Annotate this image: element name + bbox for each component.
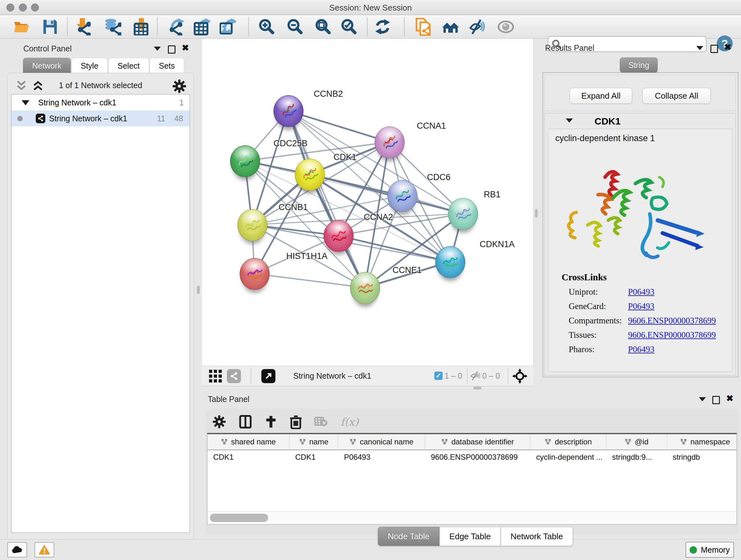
left-splitter-handle[interactable] [197,286,200,294]
open-session-button[interactable] [13,18,30,36]
protein-ribbon-thumbnail [355,278,375,297]
close-panel-icon[interactable]: ✖ [182,45,189,51]
collapse-all-button[interactable]: Collapse All [643,88,711,104]
gear-icon[interactable] [172,79,187,94]
import-network-button[interactable] [74,18,91,36]
node-CCNB1[interactable] [238,209,267,241]
selected-checkbox[interactable]: ✓ [434,372,443,380]
expand-all-button[interactable]: Expand All [569,88,632,104]
clear-table-icon[interactable] [314,417,328,427]
table-cell[interactable]: cyclin-dependent ... [530,453,606,462]
warning-button[interactable] [35,542,54,557]
close-panel-icon[interactable]: ✖ [724,44,731,51]
table-cell[interactable]: P06493 [338,453,425,462]
open-in-window-icon[interactable] [261,369,275,383]
float-panel-icon[interactable] [711,45,718,53]
node-section-header[interactable]: CDK1 [545,113,736,129]
table-cell[interactable]: CDK1 [207,453,289,462]
float-panel-icon[interactable] [712,396,720,404]
table-row[interactable]: CDK1CDK1P064939606.ENSP00000378699cyclin… [207,450,737,464]
column-header-canonical-name[interactable]: canonical name [338,434,425,449]
tab-style[interactable]: Style [71,58,108,74]
import-database-button[interactable] [104,18,121,36]
columns-icon[interactable] [239,415,253,429]
scrollbar-thumb[interactable] [210,514,268,522]
zoom-in-button[interactable] [258,18,275,36]
export-image-button[interactable] [219,18,237,36]
toolbar-separator [404,17,405,36]
node-CDC6[interactable] [387,180,417,212]
export-table-button[interactable] [193,18,211,36]
node-CCNE1[interactable] [350,272,380,304]
zoom-out-button[interactable] [286,18,304,36]
node-CCNA1[interactable] [375,126,405,159]
crosslink-link[interactable]: 9606.ENSP00000378699 [628,316,716,326]
bottom-splitter-handle[interactable] [473,387,482,389]
network-collection-row[interactable]: String Network – cdk1 1 [11,95,190,111]
node-CCNA2[interactable] [324,220,354,252]
tab-select[interactable]: Select [108,58,149,74]
collapse-section-icon[interactable] [566,118,573,123]
column-header--id[interactable]: @id [606,434,667,449]
tab-string[interactable]: String [620,57,658,73]
node-CDKN1A[interactable] [435,246,465,278]
panel-menu-icon[interactable] [699,397,706,401]
export-network-button[interactable] [167,18,185,36]
home-pages-icon[interactable] [442,18,459,36]
cloud-button[interactable] [7,542,27,557]
network-tab-content: 1 of 1 Network selected String Network –… [7,73,194,540]
hide-panel-icon[interactable] [469,18,486,36]
show-panel-icon[interactable] [497,18,515,36]
close-panel-icon[interactable]: ✖ [726,395,733,401]
network-view-canvas[interactable]: CCNB2CCNA1CDC25BCDK1CDC6RB1CCNB1CCNA2CDK… [202,39,534,366]
node-CDC25B[interactable] [230,145,260,177]
table-panel-body: f(x) shared namenamecanonical namedataba… [206,409,738,535]
zoom-fit-button[interactable] [315,18,332,36]
tab-sets[interactable]: Sets [150,58,184,74]
table-cell[interactable]: stringdb [667,453,737,462]
import-table-button[interactable] [132,18,150,36]
column-header-shared-name[interactable]: shared name [207,434,289,449]
node-HIST1H1A[interactable] [240,258,270,290]
delete-column-icon[interactable] [289,415,302,429]
horizontal-scrollbar[interactable] [207,511,737,524]
add-column-icon[interactable] [265,415,277,429]
network-share-icon[interactable] [227,369,241,383]
node-CCNB2[interactable] [273,95,304,127]
zoom-selected-button[interactable] [340,18,358,36]
function-builder-icon[interactable]: f(x) [340,416,359,428]
crosslink-link[interactable]: P06493 [628,345,655,354]
collapse-arrow-icon[interactable] [22,100,29,105]
panel-menu-icon[interactable] [696,46,703,50]
tab-node-table[interactable]: Node Table [378,527,440,546]
table-cell[interactable]: stringdb:9... [606,453,667,462]
column-header-name[interactable]: name [289,434,338,449]
panel-menu-icon[interactable] [154,47,161,51]
edge-CCNB2-CCNA1[interactable] [288,111,389,142]
crosslink-link[interactable]: 9606.ENSP00000378699 [628,330,716,340]
grid-view-icon[interactable] [208,369,222,383]
crosslink-link[interactable]: P06493 [628,287,655,297]
main-toolbar: ? [0,15,741,39]
memory-button[interactable]: Memory [685,542,734,558]
table-options-icon[interactable] [212,415,226,429]
column-header-namespace[interactable]: namespace [667,434,737,449]
right-splitter-handle[interactable] [535,209,538,217]
edge-HIST1H1A-CCNE1[interactable] [254,273,365,288]
tab-network[interactable]: Network [23,58,71,74]
snapshot-button[interactable] [415,18,432,36]
table-cell[interactable]: 9606.ENSP00000378699 [425,453,530,462]
save-session-button[interactable] [42,18,59,36]
refresh-layout-button[interactable] [374,18,391,36]
table-cell[interactable]: CDK1 [289,453,338,462]
node-RB1[interactable] [448,198,478,230]
column-header-description[interactable]: description [530,434,606,449]
crosslink-link[interactable]: P06493 [628,301,655,311]
network-row[interactable]: String Network – cdk1 11 48 [11,111,190,126]
node-CDK1[interactable] [295,159,325,191]
column-header-database-identifier[interactable]: database identifier [425,434,530,449]
pan-crosshair-icon[interactable] [512,368,528,384]
tab-edge-table[interactable]: Edge Table [440,527,501,546]
float-panel-icon[interactable] [168,45,176,54]
tab-network-table[interactable]: Network Table [501,527,573,546]
